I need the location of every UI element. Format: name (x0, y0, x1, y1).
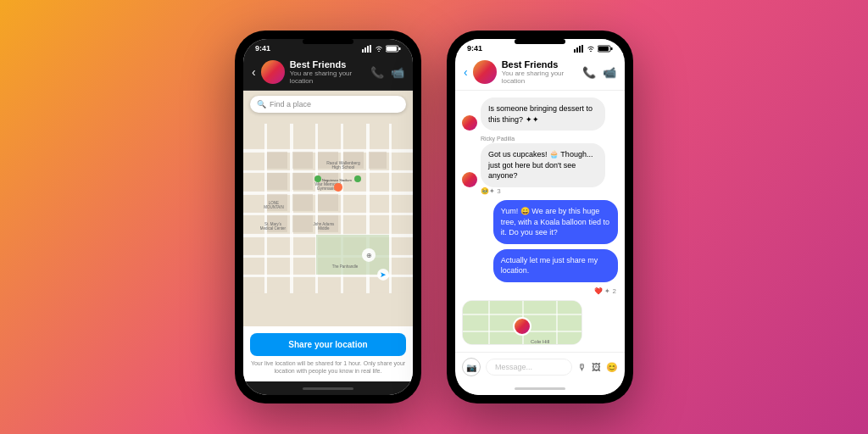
location-user-avatar (513, 317, 531, 336)
share-location-button[interactable]: Share your location (250, 333, 406, 356)
message-input[interactable]: Message... (486, 359, 572, 376)
chat-name-left: Best Friends (290, 59, 365, 70)
svg-rect-57 (579, 46, 581, 53)
back-button-left[interactable]: ‹ (252, 65, 256, 79)
msg-row-2: Got us cupcakes! 🧁 Though... just got he… (462, 143, 618, 187)
map-container[interactable]: Raoul Wallenberg High School War Memoria… (243, 91, 413, 326)
header-actions-right: 📞 📹 (582, 66, 616, 79)
msg-bubble-2: Got us cupcakes! 🧁 Though... just got he… (481, 143, 605, 187)
svg-rect-6 (387, 47, 397, 51)
time-right: 9:41 (467, 44, 482, 53)
header-info-right: Best Friends You are sharing your locati… (502, 59, 577, 85)
sender-name-2: Ricky Padilla (481, 136, 618, 142)
msg-text-2: Got us cupcakes! 🧁 Though... just got he… (488, 150, 593, 180)
status-icons-left (362, 45, 401, 53)
avatar-right (473, 60, 497, 84)
location-card[interactable]: Cole Hill Live location Lydie Rosales is… (462, 300, 582, 345)
header-info-left: Best Friends You are sharing your locati… (290, 59, 365, 85)
svg-point-50 (334, 183, 342, 192)
battery-icon-right (598, 45, 613, 53)
svg-rect-9 (243, 170, 413, 173)
msg-text-1: Is someone bringing dessert to this thin… (488, 104, 593, 124)
home-indicator-right (455, 381, 625, 395)
msg-group-2: Ricky Padilla Got us cupcakes! 🧁 Though.… (462, 136, 618, 195)
msg-text-3: Yum! 😄 We are by this huge tree, with a … (501, 207, 609, 236)
svg-rect-28 (292, 173, 313, 190)
location-map-preview: Cole Hill (463, 301, 581, 345)
camera-button[interactable]: 📷 (462, 358, 481, 376)
home-indicator-left (243, 381, 413, 395)
wifi-icon-right (587, 45, 595, 53)
map-svg: Raoul Wallenberg High School War Memoria… (243, 91, 413, 326)
map-search[interactable]: 🔍 Find a place (250, 96, 406, 113)
svg-text:Medical Center: Medical Center (260, 226, 287, 231)
svg-rect-65 (488, 301, 490, 345)
sticker-icon[interactable]: 😊 (606, 362, 618, 373)
svg-rect-20 (389, 124, 392, 293)
svg-rect-67 (556, 301, 558, 345)
svg-text:The Panhandle: The Panhandle (332, 264, 359, 269)
svg-text:MOUNTAIN: MOUNTAIN (264, 205, 284, 209)
svg-rect-56 (576, 47, 578, 53)
message-placeholder: Message... (495, 363, 532, 371)
svg-text:Middle: Middle (318, 226, 330, 231)
map-search-placeholder: Find a place (270, 100, 311, 108)
phone-notch-right (515, 39, 565, 44)
reaction-text-2: 🥹✦ 3 (481, 187, 501, 195)
chat-sub-right: You are sharing your location (502, 70, 577, 85)
gallery-icon[interactable]: 🖼 (592, 362, 601, 372)
wifi-icon-left (375, 45, 383, 53)
msg-avatar-2 (462, 172, 477, 187)
svg-point-47 (314, 175, 321, 182)
svg-rect-0 (362, 49, 364, 53)
messages-area: Is someone bringing dessert to this thin… (455, 91, 625, 352)
svg-rect-5 (399, 47, 401, 50)
battery-icon-left (386, 45, 401, 53)
svg-rect-23 (292, 152, 313, 169)
chat-header-left: ‹ Best Friends You are sharing your loca… (243, 54, 413, 91)
msg-bubble-1: Is someone bringing dessert to this thin… (481, 97, 605, 131)
svg-text:Cole Hill: Cole Hill (531, 339, 549, 344)
chat-sub-left: You are sharing your location (290, 70, 365, 85)
svg-rect-2 (367, 46, 369, 53)
right-phone: 9:41 (447, 31, 633, 403)
msg-row-1: Is someone bringing dessert to this thin… (462, 97, 618, 131)
video-icon-left[interactable]: 📹 (391, 66, 404, 79)
back-button-right[interactable]: ‹ (464, 65, 468, 79)
svg-rect-55 (574, 49, 576, 53)
home-bar-right (515, 387, 565, 390)
svg-text:➤: ➤ (380, 270, 387, 279)
svg-rect-22 (267, 152, 287, 169)
message-input-bar: 📷 Message... 🎙 🖼 😊 (455, 352, 625, 381)
header-actions-left: 📞 📹 (370, 66, 404, 79)
time-left: 9:41 (255, 44, 270, 53)
svg-text:Negutesco Stadium: Negutesco Stadium (322, 178, 353, 182)
svg-rect-27 (267, 173, 287, 190)
msg-text-4: Actually let me just share my location. (501, 256, 598, 275)
chat-header-right: ‹ Best Friends You are sharing your loca… (455, 54, 625, 91)
search-icon-map: 🔍 (257, 100, 266, 108)
status-icons-right (574, 45, 613, 53)
signal-icon-right (574, 45, 584, 53)
svg-text:⊕: ⊕ (366, 252, 372, 259)
video-icon-right[interactable]: 📹 (603, 66, 616, 79)
svg-rect-11 (243, 213, 413, 215)
svg-rect-1 (364, 47, 366, 53)
share-disclaimer: Your live location will be shared for 1 … (250, 359, 406, 375)
svg-rect-34 (292, 215, 313, 232)
svg-rect-26 (369, 152, 387, 169)
svg-rect-60 (611, 47, 613, 50)
msg-bubble-4: Actually let me just share my location. (493, 249, 618, 282)
chat-name-right: Best Friends (502, 59, 577, 70)
svg-rect-3 (370, 45, 371, 53)
phone-notch-left (303, 39, 353, 44)
svg-text:High School: High School (332, 164, 355, 170)
avatar-left (261, 60, 285, 84)
svg-rect-58 (581, 45, 583, 53)
signal-icon-left (362, 45, 372, 53)
mic-icon[interactable]: 🎙 (577, 362, 587, 372)
phone-icon-right[interactable]: 📞 (582, 66, 596, 79)
phone-icon-left[interactable]: 📞 (370, 66, 384, 79)
reaction-row-2: 🥹✦ 3 (481, 187, 618, 195)
svg-rect-31 (292, 194, 313, 211)
